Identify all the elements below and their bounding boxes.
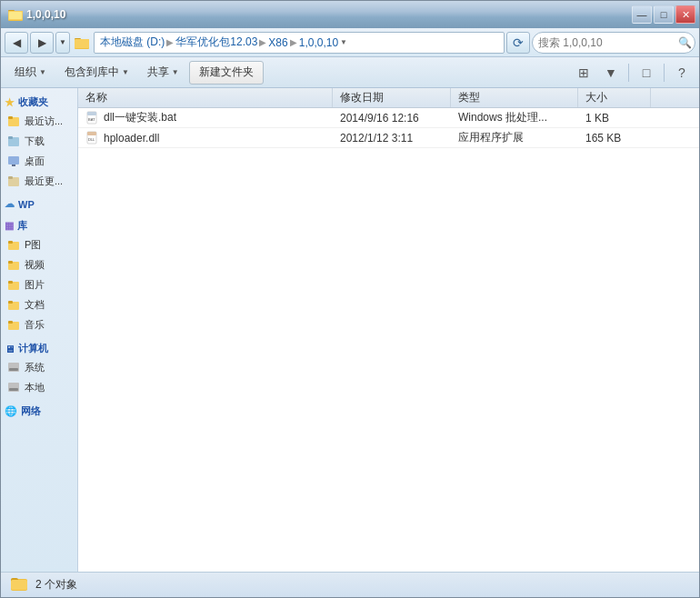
computer-label: 计算机 xyxy=(18,342,48,355)
search-icon[interactable]: 🔍 xyxy=(678,36,692,49)
file-area: 名称 修改日期 类型 大小 BAT xyxy=(78,88,699,572)
toolbar-sep xyxy=(628,64,629,82)
network-icon: 🌐 xyxy=(5,405,17,417)
sidebar-item-docs[interactable]: 文档 xyxy=(1,294,77,314)
refresh-button[interactable]: ⟳ xyxy=(506,32,530,54)
table-row[interactable]: BAT dll一键安装.bat 2014/9/16 12:16 Windows … xyxy=(78,108,699,128)
pictures-folder-icon xyxy=(6,277,21,292)
library-icon: ▦ xyxy=(5,220,14,232)
svg-rect-30 xyxy=(87,112,96,115)
sidebar-local-label: 本地 xyxy=(25,381,45,394)
svg-rect-22 xyxy=(8,301,13,304)
sidebar-item-desktop[interactable]: 桌面 xyxy=(1,151,77,171)
col-header-size[interactable]: 大小 xyxy=(578,88,651,107)
view-toggle-dropdown[interactable]: ▼ xyxy=(599,62,623,84)
file-date-cell-1: 2014/9/16 12:16 xyxy=(333,108,451,127)
breadcrumb-sep-1: ▶ xyxy=(166,37,174,47)
bat-file-icon: BAT xyxy=(85,111,100,125)
sidebar-docs-label: 文档 xyxy=(25,298,45,312)
sidebar-p-label: P图 xyxy=(25,238,41,252)
preview-pane-button[interactable]: □ xyxy=(635,62,658,84)
help-button[interactable]: ? xyxy=(670,62,694,84)
sidebar-item-system-disk[interactable]: 系统 xyxy=(1,357,77,377)
video-folder-icon xyxy=(6,257,21,272)
breadcrumb-folder1[interactable]: 华军优化包12.03 xyxy=(175,35,257,50)
sidebar-pictures-label: 图片 xyxy=(25,278,45,292)
file-type-2: 应用程序扩展 xyxy=(458,130,524,145)
file-size-2: 165 KB xyxy=(585,132,621,145)
svg-rect-37 xyxy=(11,580,27,590)
file-size-1: 1 KB xyxy=(585,112,609,125)
maximize-button[interactable]: □ xyxy=(654,5,674,24)
sidebar-library-header[interactable]: ▦ 库 xyxy=(1,215,77,234)
svg-rect-16 xyxy=(8,241,13,244)
back-button[interactable]: ◀ xyxy=(5,32,28,54)
view-options-button[interactable]: ⊞ xyxy=(572,62,595,84)
window-icon xyxy=(8,7,23,22)
favorites-label: 收藏夹 xyxy=(18,95,48,109)
close-button[interactable]: ✕ xyxy=(675,5,695,24)
address-folder-icon xyxy=(74,35,90,51)
computer-icon: 🖥 xyxy=(5,344,15,354)
nav-dropdown-button[interactable]: ▼ xyxy=(55,32,70,54)
sidebar-section-network: 🌐 网络 xyxy=(1,401,77,420)
sidebar-recent2-label: 最近更... xyxy=(25,174,63,188)
sidebar-item-downloads[interactable]: 下载 xyxy=(1,131,77,151)
column-headers: 名称 修改日期 类型 大小 xyxy=(78,88,699,108)
sidebar: ★ 收藏夹 最近访... 下载 xyxy=(1,88,78,572)
breadcrumb-sep-2: ▶ xyxy=(259,37,266,47)
svg-rect-10 xyxy=(8,136,13,139)
sidebar-wp-header[interactable]: ☁ WP xyxy=(1,194,77,212)
svg-rect-3 xyxy=(9,12,22,19)
sidebar-item-video[interactable]: 视频 xyxy=(1,254,77,274)
title-bar: 1,0,0,10 — □ ✕ xyxy=(1,1,699,28)
col-header-date[interactable]: 修改日期 xyxy=(333,88,451,107)
minimize-button[interactable]: — xyxy=(632,5,652,24)
sidebar-item-recent2[interactable]: 最近更... xyxy=(1,171,77,191)
new-folder-button[interactable]: 新建文件夹 xyxy=(189,61,264,85)
breadcrumb-dropdown[interactable]: ▼ xyxy=(340,38,347,46)
sidebar-computer-header[interactable]: 🖥 计算机 xyxy=(1,338,77,357)
address-bar: ◀ ▶ ▼ 本地磁盘 (D:) ▶ 华军优化包12.03 ▶ X86 ▶ 1,0… xyxy=(1,28,699,57)
sidebar-desktop-label: 桌面 xyxy=(25,154,45,168)
breadcrumb-folder2[interactable]: X86 xyxy=(268,36,287,49)
sidebar-network-header[interactable]: 🌐 网络 xyxy=(1,401,77,420)
include-library-button[interactable]: 包含到库中 ▼ xyxy=(56,61,137,85)
sidebar-item-p[interactable]: P图 xyxy=(1,234,77,254)
sidebar-favorites-header[interactable]: ★ 收藏夹 xyxy=(1,92,77,111)
file-name-cell-2: DLL hploader.dll xyxy=(78,128,333,147)
svg-rect-18 xyxy=(8,261,13,264)
svg-rect-11 xyxy=(8,156,19,164)
forward-button[interactable]: ▶ xyxy=(30,32,54,54)
file-type-cell-1: Windows 批处理... xyxy=(451,108,578,127)
sidebar-section-library: ▦ 库 P图 视频 xyxy=(1,215,77,334)
file-size-cell-2: 165 KB xyxy=(578,128,651,147)
search-box[interactable]: 🔍 xyxy=(532,32,695,54)
cloud-icon: ☁ xyxy=(5,198,15,210)
status-bar: 2 个对象 xyxy=(1,572,699,597)
svg-rect-8 xyxy=(8,116,13,119)
share-label: 共享 xyxy=(147,65,169,80)
table-row[interactable]: DLL hploader.dll 2012/1/12 3:11 应用程序扩展 1… xyxy=(78,128,699,148)
col-header-type[interactable]: 类型 xyxy=(451,88,578,107)
local-disk-icon xyxy=(6,380,21,394)
sidebar-item-pictures[interactable]: 图片 xyxy=(1,274,77,294)
sidebar-downloads-label: 下载 xyxy=(25,135,45,148)
sidebar-video-label: 视频 xyxy=(25,258,45,272)
recent-icon xyxy=(6,114,21,128)
file-type-1: Windows 批处理... xyxy=(458,110,547,125)
sidebar-item-local-disk[interactable]: 本地 xyxy=(1,377,77,397)
share-button[interactable]: 共享 ▼ xyxy=(139,61,187,85)
file-date-1: 2014/9/16 12:16 xyxy=(340,112,419,125)
col-header-name[interactable]: 名称 xyxy=(78,88,333,107)
breadcrumb-disk[interactable]: 本地磁盘 (D:) xyxy=(100,35,165,50)
sidebar-item-recent[interactable]: 最近访... xyxy=(1,111,77,131)
sidebar-section-computer: 🖥 计算机 系统 本地 xyxy=(1,338,77,397)
breadcrumb-current[interactable]: 1,0,0,10 xyxy=(299,36,338,49)
status-count-text: 2 个对象 xyxy=(35,577,77,593)
sidebar-item-music[interactable]: 音乐 xyxy=(1,314,77,334)
organize-button[interactable]: 组织 ▼ xyxy=(6,61,55,85)
file-name-2: hploader.dll xyxy=(104,132,159,145)
address-breadcrumb[interactable]: 本地磁盘 (D:) ▶ 华军优化包12.03 ▶ X86 ▶ 1,0,0,10 … xyxy=(94,32,505,54)
search-input[interactable] xyxy=(538,36,675,49)
